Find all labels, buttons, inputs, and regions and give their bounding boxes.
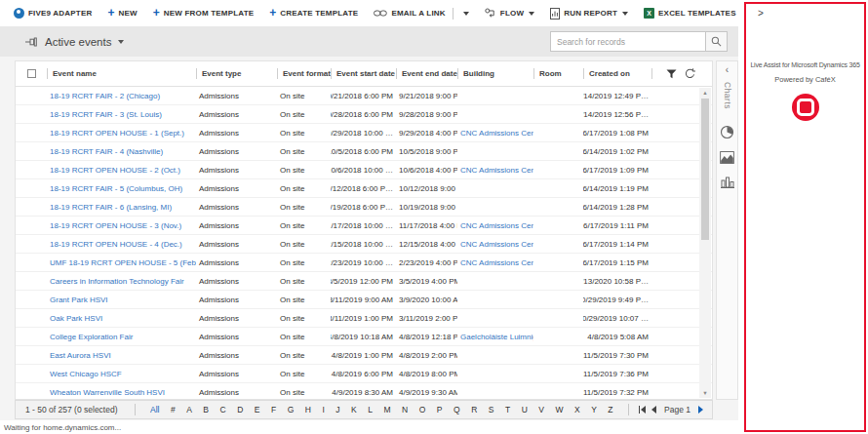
event-row[interactable]: 18-19 RCRT FAIR - 2 (Chicago)AdmissionsO… <box>16 87 712 105</box>
event-name-link[interactable]: Careers in Information Technology Fair <box>50 277 184 286</box>
chevron-right-icon[interactable]: > <box>758 8 764 19</box>
row-select-cell[interactable] <box>16 365 47 382</box>
row-select-cell[interactable] <box>16 328 47 345</box>
jump-letter-S[interactable]: S <box>489 405 494 414</box>
row-select-cell[interactable] <box>16 383 47 400</box>
toolbar-new-from-template[interactable]: +NEW FROM TEMPLATE <box>145 0 262 26</box>
jump-letter-N[interactable]: N <box>402 405 408 414</box>
column-header-created-on[interactable]: Created on <box>583 61 651 86</box>
row-select-cell[interactable] <box>16 272 47 290</box>
event-row[interactable]: 18-19 RCRT FAIR - 6 (Lansing, MI)Admissi… <box>16 198 712 217</box>
row-select-cell[interactable] <box>16 291 47 308</box>
jump-letter-R[interactable]: R <box>471 405 477 414</box>
building-link[interactable]: CNC Admissions Center <box>460 258 533 267</box>
jump-letter-G[interactable]: G <box>288 405 295 414</box>
row-select-cell[interactable] <box>16 105 47 123</box>
event-row[interactable]: College Exploration FairAdmissionsOn sit… <box>16 328 712 346</box>
event-name-link[interactable]: College Exploration Fair <box>50 333 133 341</box>
event-row[interactable]: 18-19 RCRT OPEN HOUSE - 1 (Sept.)Admissi… <box>16 124 712 142</box>
building-link[interactable]: CNC Admissions Center <box>460 221 533 230</box>
select-all-checkbox[interactable] <box>27 69 36 78</box>
jump-letter-D[interactable]: D <box>237 405 243 414</box>
jump-letter-Z[interactable]: Z <box>608 405 612 414</box>
event-row[interactable]: 18-19 RCRT OPEN HOUSE - 4 (Dec.)Admissio… <box>16 235 712 254</box>
event-row[interactable]: West Chicago HSCFAdmissionsOn site4/8/20… <box>16 365 712 383</box>
view-selector[interactable]: Active events <box>25 26 124 57</box>
chevron-down-icon[interactable] <box>529 12 534 16</box>
row-select-cell[interactable] <box>16 161 47 178</box>
jump-letter-Y[interactable]: Y <box>591 405 597 414</box>
chevron-down-icon[interactable] <box>463 12 469 16</box>
event-name-link[interactable]: 18-19 RCRT OPEN HOUSE - 3 (Nov.) <box>50 221 181 230</box>
scroll-down-icon[interactable]: ▼ <box>699 388 711 398</box>
event-row[interactable]: Wheaton Warrenville South HSVIAdmissions… <box>16 383 712 400</box>
event-row[interactable]: 18-19 RCRT FAIR - 5 (Columbus, OH)Admiss… <box>16 179 712 198</box>
column-header-event-end-date[interactable]: Event end date <box>396 61 457 86</box>
jump-letter-O[interactable]: O <box>419 405 426 414</box>
row-select-cell[interactable] <box>16 142 47 160</box>
jump-letter-L[interactable]: L <box>368 405 373 414</box>
event-name-link[interactable]: 18-19 RCRT OPEN HOUSE - 1 (Sept.) <box>50 129 184 138</box>
toolbar-run-report[interactable]: RUN REPORT <box>542 0 636 26</box>
select-all-cell[interactable] <box>16 61 47 86</box>
jump-letter-H[interactable]: H <box>305 405 311 414</box>
charts-panel-collapsed[interactable]: ‹ Charts <box>716 60 738 400</box>
event-row[interactable]: 18-19 RCRT OPEN HOUSE - 2 (Oct.)Admissio… <box>16 161 712 179</box>
toolbar-excel-templates[interactable]: XEXCEL TEMPLATES <box>636 0 738 26</box>
event-row[interactable]: UMF 18-19 RCRT OPEN HOUSE - 5 (Feb.)Admi… <box>16 254 712 272</box>
jump-letter-A[interactable]: A <box>186 405 192 414</box>
event-name-link[interactable]: Oak Park HSVI <box>50 314 102 323</box>
event-name-link[interactable]: 18-19 RCRT FAIR - 3 (St. Louis) <box>50 110 162 119</box>
event-name-link[interactable]: 18-19 RCRT OPEN HOUSE - 2 (Oct.) <box>50 166 180 175</box>
building-link[interactable]: CNC Admissions Center <box>460 240 533 249</box>
jump-letter-U[interactable]: U <box>522 405 528 414</box>
previous-page-icon[interactable] <box>651 406 656 414</box>
row-select-cell[interactable] <box>16 309 47 327</box>
column-header-event-name[interactable]: Event name <box>47 61 196 86</box>
jump-letter-B[interactable]: B <box>203 405 209 414</box>
jump-letter-X[interactable]: X <box>574 405 580 414</box>
row-select-cell[interactable] <box>16 124 47 141</box>
row-select-cell[interactable] <box>16 346 47 364</box>
jump-letter-Q[interactable]: Q <box>454 405 460 414</box>
toolbar-flow[interactable]: FLOW <box>477 0 542 26</box>
row-select-cell[interactable] <box>16 179 47 197</box>
jump-letter-I[interactable]: I <box>322 405 324 414</box>
event-name-link[interactable]: Grant Park HSVI <box>50 296 108 304</box>
scroll-up-icon[interactable]: ▲ <box>699 88 711 98</box>
event-row[interactable]: 18-19 RCRT OPEN HOUSE - 3 (Nov.)Admissio… <box>16 217 712 235</box>
building-link[interactable]: CNC Admissions Center <box>460 166 533 175</box>
jump-letter-J[interactable]: J <box>335 405 339 414</box>
search-input[interactable] <box>551 32 705 51</box>
next-page-icon[interactable] <box>698 406 703 414</box>
event-row[interactable]: 18-19 RCRT FAIR - 4 (Nashville)Admission… <box>16 142 712 161</box>
building-link[interactable]: Gaelcholáiste Luimnigh <box>460 333 533 341</box>
event-name-link[interactable]: 18-19 RCRT FAIR - 5 (Columbus, OH) <box>50 184 182 193</box>
event-name-link[interactable]: 18-19 RCRT OPEN HOUSE - 4 (Dec.) <box>50 240 182 249</box>
toolbar-five9-adapter[interactable]: FIVE9 ADAPTER <box>6 0 99 26</box>
event-name-link[interactable]: 18-19 RCRT FAIR - 4 (Nashville) <box>50 147 163 156</box>
chevron-down-icon[interactable] <box>622 12 628 16</box>
jump-letter-All[interactable]: All <box>150 405 159 414</box>
area-chart-icon[interactable] <box>720 151 734 164</box>
jump-letter-F[interactable]: F <box>271 405 276 414</box>
jump-letter-P[interactable]: P <box>437 405 443 414</box>
toolbar-create-template[interactable]: +CREATE TEMPLATE <box>261 0 366 26</box>
event-name-link[interactable]: East Aurora HSVI <box>50 351 111 360</box>
jump-letter-M[interactable]: M <box>383 405 390 414</box>
event-name-link[interactable]: Wheaton Warrenville South HSVI <box>50 388 165 397</box>
bar-chart-icon[interactable] <box>721 176 734 188</box>
column-header-event-type[interactable]: Event type <box>196 61 277 86</box>
row-select-cell[interactable] <box>16 198 47 216</box>
refresh-icon[interactable] <box>685 68 695 79</box>
row-select-cell[interactable] <box>16 87 47 104</box>
event-row[interactable]: Careers in Information Technology FairAd… <box>16 272 712 291</box>
jump-letter-#[interactable]: # <box>171 405 176 414</box>
row-select-cell[interactable] <box>16 217 47 234</box>
jump-letter-K[interactable]: K <box>351 405 357 414</box>
filter-icon[interactable] <box>666 69 677 79</box>
column-header-event-start-date[interactable]: Event start date↑ <box>331 61 396 86</box>
search-button[interactable] <box>705 32 727 51</box>
grid-scrollbar[interactable]: ▲ ▼ <box>699 88 711 398</box>
scrollbar-thumb[interactable] <box>701 99 709 240</box>
